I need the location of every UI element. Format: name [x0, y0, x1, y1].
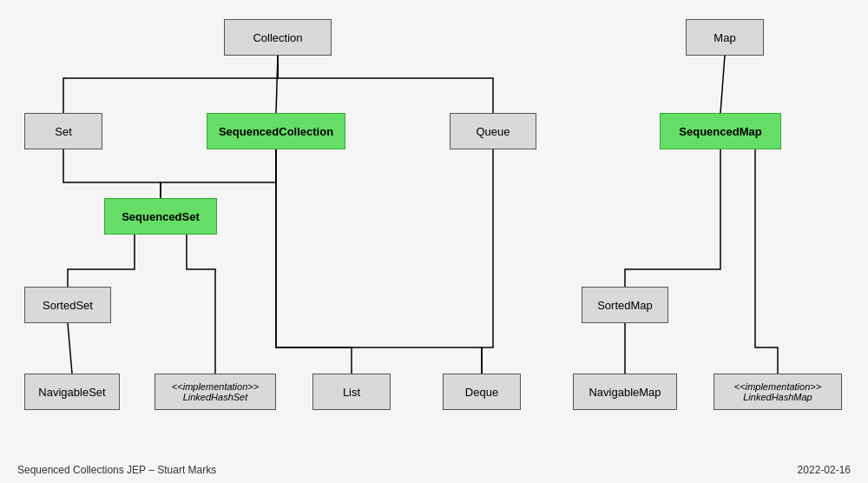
- node-sequenced-collection: SequencedCollection: [207, 113, 345, 149]
- footer-right: 2022-02-16: [798, 464, 851, 476]
- footer-left: Sequenced Collections JEP – Stuart Marks: [17, 464, 216, 476]
- node-list: List: [312, 374, 391, 410]
- node-queue: Queue: [450, 113, 536, 149]
- node-deque: Deque: [443, 374, 521, 410]
- footer: Sequenced Collections JEP – Stuart Marks…: [0, 464, 868, 476]
- node-linked-hash-set: <<implementation>>LinkedHashSet: [155, 374, 276, 410]
- node-sorted-map: SortedMap: [582, 287, 668, 323]
- svg-line-0: [276, 56, 278, 113]
- node-linked-hash-map: <<implementation>>LinkedHashMap: [713, 374, 842, 410]
- svg-line-2: [68, 323, 72, 374]
- node-collection: Collection: [224, 19, 332, 56]
- node-navigable-map: NavigableMap: [573, 374, 677, 410]
- diagram: Collection Map Set SequencedCollection Q…: [0, 0, 868, 452]
- node-set: Set: [24, 113, 102, 149]
- node-sorted-set: SortedSet: [24, 287, 111, 323]
- node-sequenced-set: SequencedSet: [104, 198, 217, 235]
- node-navigable-set: NavigableSet: [24, 374, 120, 410]
- svg-line-1: [720, 56, 725, 113]
- node-sequenced-map: SequencedMap: [660, 113, 781, 149]
- node-map: Map: [686, 19, 764, 56]
